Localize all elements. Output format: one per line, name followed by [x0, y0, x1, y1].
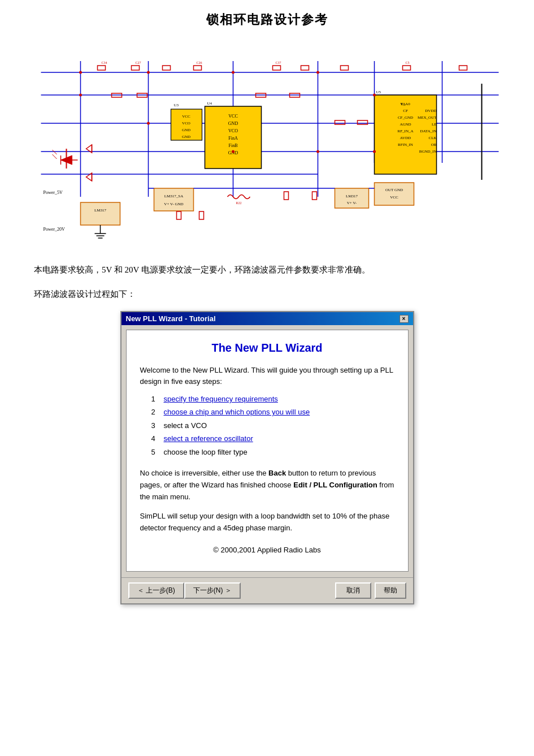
cancel-button[interactable]: 取消	[335, 582, 371, 599]
svg-text:C27: C27	[136, 61, 141, 64]
step-1-text: specify the frequency requirements	[164, 392, 278, 405]
svg-point-103	[373, 94, 376, 97]
svg-text:VCC: VCC	[228, 114, 237, 119]
step-5-num: 5	[151, 446, 159, 459]
svg-text:BGND_IN: BGND_IN	[419, 149, 437, 154]
svg-text:LE: LE	[432, 122, 437, 127]
nav-buttons-group: ＜ 上一步(B) 下一步(N) ＞	[128, 582, 241, 599]
svg-text:RFIN_IN: RFIN_IN	[398, 142, 413, 147]
svg-text:V+ V-: V+ V-	[347, 201, 357, 205]
svg-text:VCO: VCO	[182, 121, 190, 126]
step-1-num: 1	[151, 392, 159, 405]
svg-text:GND: GND	[182, 135, 190, 139]
svg-text:C34: C34	[102, 61, 107, 64]
svg-text:VCC: VCC	[182, 114, 190, 119]
svg-text:GND: GND	[182, 128, 190, 132]
svg-rect-46	[375, 183, 414, 205]
wizard-note2: SimPLL will setup your design with a loo…	[140, 511, 394, 534]
svg-text:OUT GND: OUT GND	[385, 188, 403, 192]
svg-text:AGND: AGND	[400, 122, 411, 127]
wizard-main-title: The New PLL Wizard	[140, 342, 394, 355]
svg-text:V+ V- GND: V+ V- GND	[164, 202, 183, 206]
description-line1: 本电路要求较高，5V 和 20V 电源要求纹波一定要小，环路滤波器元件参数要求非…	[34, 262, 500, 278]
next-button[interactable]: 下一步(N) ＞	[184, 582, 241, 599]
svg-text:Power_20V: Power_20V	[44, 227, 65, 232]
svg-text:FinB: FinB	[228, 143, 237, 148]
wizard-steps: 1 specify the frequency requirements 2 c…	[151, 392, 394, 459]
wizard-note1: No choice is irreversible, either use th…	[140, 468, 394, 503]
svg-text:VCO: VCO	[228, 128, 238, 133]
note1-bold2: Edit / PLL Configuration	[293, 481, 377, 489]
svg-rect-40	[154, 188, 194, 211]
svg-text:CF_GND: CF_GND	[398, 115, 413, 120]
svg-text:OR: OR	[431, 142, 437, 147]
step-5: 5 choose the loop filter type	[151, 446, 394, 459]
wizard-dialog: New PLL Wizard - Tutorial × The New PLL …	[120, 311, 414, 604]
wizard-title-text: New PLL Wizard - Tutorial	[126, 314, 216, 323]
step-2-text: choose a chip and which options you will…	[164, 405, 310, 418]
svg-text:LM317_SA: LM317_SA	[164, 194, 183, 198]
wizard-intro: Welcome to the New PLL Wizard. This will…	[140, 365, 394, 387]
svg-rect-49	[81, 202, 120, 225]
wizard-titlebar: New PLL Wizard - Tutorial ×	[121, 312, 413, 325]
svg-text:CLK: CLK	[429, 136, 437, 140]
svg-text:U5: U5	[376, 90, 381, 94]
description-line2: 环路滤波器设计过程如下：	[34, 287, 500, 302]
close-button[interactable]: ×	[400, 315, 409, 323]
svg-point-99	[79, 71, 82, 74]
step-3-text: select a VCO	[164, 419, 207, 432]
svg-text:R22: R22	[236, 201, 242, 205]
svg-text:FinA: FinA	[228, 136, 238, 141]
svg-text:RF_IN_A: RF_IN_A	[397, 129, 413, 133]
svg-text:C5: C5	[406, 61, 410, 64]
svg-text:VA: VA	[400, 102, 405, 106]
step-1: 1 specify the frequency requirements	[151, 392, 394, 405]
svg-point-108	[373, 150, 376, 153]
step-3: 3 select a VCO	[151, 419, 394, 432]
svg-text:MEX_OUT: MEX_OUT	[418, 115, 437, 120]
svg-text:DATA_IN: DATA_IN	[420, 129, 437, 133]
svg-text:C26: C26	[197, 61, 202, 64]
step-3-num: 3	[151, 419, 159, 432]
svg-text:GND: GND	[228, 121, 238, 126]
svg-rect-19	[375, 95, 437, 174]
page-title: 锁相环电路设计参考	[34, 11, 500, 28]
svg-text:DVDD: DVDD	[425, 109, 436, 113]
step-4: 4 select a reference oscillator	[151, 432, 394, 445]
svg-text:Power_5V: Power_5V	[44, 190, 63, 195]
step-4-text: select a reference oscillator	[164, 432, 253, 445]
svg-text:LM317: LM317	[94, 208, 107, 213]
svg-point-105	[147, 122, 150, 125]
help-button[interactable]: 帮助	[375, 582, 406, 599]
svg-text:AVDD: AVDD	[400, 136, 411, 140]
back-button[interactable]: ＜ 上一步(B)	[128, 582, 184, 599]
svg-point-101	[232, 71, 235, 74]
note1-part1: No choice is irreversible, either use th…	[140, 469, 269, 477]
svg-point-102	[316, 71, 319, 74]
svg-text:LM317: LM317	[346, 194, 358, 198]
step-2: 2 choose a chip and which options you wi…	[151, 405, 394, 418]
step-4-num: 4	[151, 432, 159, 445]
step-5-text: choose the loop filter type	[164, 446, 248, 459]
svg-text:CF: CF	[403, 109, 408, 113]
circuit-diagram: VCC GND VCO FinA FinB GND E_A0 CF CF_GND…	[34, 38, 500, 253]
svg-text:U3: U3	[174, 103, 179, 107]
wizard-buttons: ＜ 上一步(B) 下一步(N) ＞ 取消 帮助	[121, 578, 413, 603]
step-2-num: 2	[151, 405, 159, 418]
wizard-content: The New PLL Wizard Welcome to the New PL…	[126, 330, 409, 572]
svg-text:VCC: VCC	[390, 195, 398, 200]
svg-point-104	[79, 94, 82, 97]
svg-point-106	[232, 150, 235, 153]
svg-text:C37: C37	[276, 61, 281, 64]
svg-point-107	[316, 150, 319, 153]
wizard-copyright: © 2000,2001 Applied Radio Labs	[140, 546, 394, 554]
note1-bold1: Back	[268, 469, 286, 477]
svg-point-100	[147, 71, 150, 74]
svg-text:U4: U4	[207, 101, 212, 106]
